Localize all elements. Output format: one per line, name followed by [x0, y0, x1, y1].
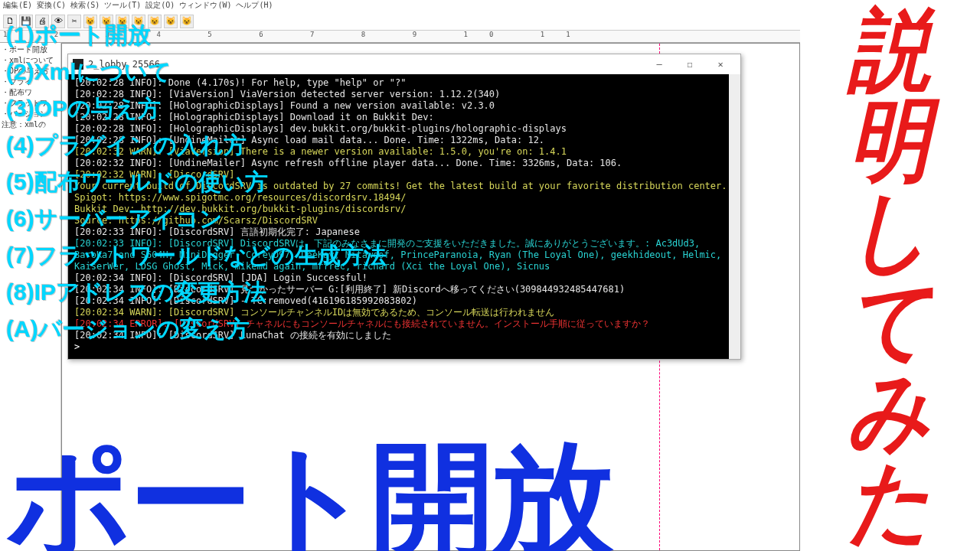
red-char: た [848, 456, 931, 546]
red-char: 明 [848, 95, 929, 185]
list-item: (3)OPの与え方 [6, 90, 387, 127]
red-vertical-text: 説 明 し て み た ！ [803, 5, 975, 546]
list-item: (7)フラットワールドなどの生成方法 [6, 237, 387, 274]
red-char: て [848, 276, 931, 366]
red-char: し [848, 185, 931, 276]
red-char: み [848, 366, 931, 456]
red-char: ！ [844, 546, 934, 551]
big-blue-title: ポート開放 [6, 438, 609, 551]
close-button[interactable]: ✕ [705, 54, 736, 74]
list-item: (1)ポート開放 [6, 17, 387, 54]
scrollbar[interactable] [729, 74, 740, 359]
cyan-list: (1)ポート開放 (2)Xmlについて (3)OPの与え方 (4)プラグインの入… [6, 17, 387, 347]
minimize-button[interactable]: — [644, 54, 675, 74]
list-item: (5)配布ワールドの使い方 [6, 164, 387, 201]
menubar[interactable]: 編集(E) 変換(C) 検索(S) ツール(T) 設定(O) ウィンドウ(W) … [0, 0, 800, 12]
red-char: 説 [848, 5, 929, 95]
list-item: (8)IPアドレスの変更方法 [6, 274, 387, 311]
list-item: (4)プラグインの入れ方 [6, 127, 387, 164]
maximize-button[interactable]: ☐ [675, 54, 705, 74]
list-item: (6)サーバーアイコン [6, 201, 387, 237]
list-item: (A)バージョンの変え方 [6, 311, 387, 347]
list-item: (2)Xmlについて [6, 54, 387, 90]
